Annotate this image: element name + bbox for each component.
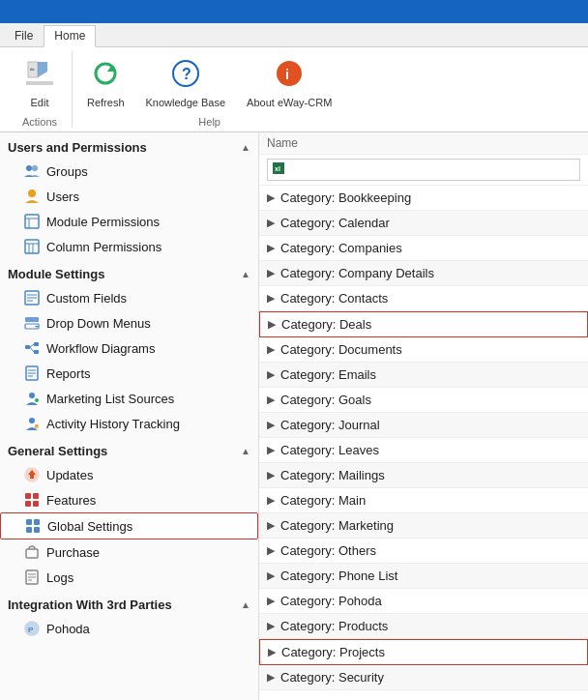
category-row-contacts[interactable]: ▶ Category: Contacts [259,286,588,311]
category-chevron-journal: ▶ [267,419,275,431]
reports-label: Reports [46,366,91,381]
category-label-security: Category: Security [280,670,384,685]
category-row-security[interactable]: ▶ Category: Security [259,665,588,690]
category-row-projects[interactable]: ▶ Category: Projects [259,639,588,665]
category-chevron-mailings: ▶ [267,469,275,481]
category-row-marketing[interactable]: ▶ Category: Marketing [259,513,588,539]
category-chevron-goals: ▶ [267,394,275,406]
category-chevron-leaves: ▶ [267,444,275,456]
svg-line-30 [30,344,34,347]
category-label-bookkeeping: Category: Bookkeeping [280,190,411,205]
purchase-label: Purchase [46,545,100,560]
sidebar-item-module-permissions[interactable]: Module Permissions [0,209,258,234]
edit-label: Edit [31,97,49,108]
svg-point-36 [29,393,35,398]
sidebar: Users and Permissions ▲ Groups Users Mod… [0,132,259,700]
sidebar-item-activity-history-tracking[interactable]: ✓ Activity History Tracking [0,411,258,436]
category-chevron-calendar: ▶ [267,217,275,229]
module-permissions-label: Module Permissions [46,215,160,229]
category-label-marketing: Category: Marketing [280,518,394,533]
sidebar-item-global-settings[interactable]: Global Settings [0,512,258,540]
category-row-others[interactable]: ▶ Category: Others [259,539,588,564]
sidebar-item-features[interactable]: Features [0,487,258,512]
category-list: ▶ Category: Bookkeeping ▶ Category: Cale… [259,186,588,690]
groups-label: Groups [46,164,88,179]
chevron-users-permissions: ▲ [241,142,250,153]
sidebar-item-pohoda[interactable]: P Pohoda [0,616,258,641]
svg-point-11 [32,165,38,171]
category-row-phone-list[interactable]: ▶ Category: Phone List [259,564,588,589]
ribbon-help-items: Refresh ? Knowledge Base [80,51,338,114]
category-row-journal[interactable]: ▶ Category: Journal [259,413,588,438]
updates-label: Updates [46,468,93,482]
section-module-settings[interactable]: Module Settings ▲ [0,259,258,285]
tab-home[interactable]: Home [44,25,96,47]
category-chevron-products: ▶ [267,620,275,632]
sidebar-item-drop-down-menus[interactable]: Drop Down Menus [0,310,258,335]
chevron-integration: ▲ [241,599,250,610]
sidebar-item-groups[interactable]: Groups [0,159,258,184]
search-row: xl [259,155,588,186]
svg-rect-52 [26,549,38,558]
sidebar-item-column-permissions[interactable]: Column Permissions [0,234,258,259]
sidebar-item-reports[interactable]: Reports [0,361,258,386]
refresh-icon [90,58,121,95]
category-chevron-deals: ▶ [268,318,276,331]
knowledge-base-button[interactable]: ? Knowledge Base [139,53,233,113]
svg-rect-24 [25,317,39,322]
marketing-list-sources-label: Marketing List Sources [46,392,174,406]
category-chevron-contacts: ▶ [267,292,275,305]
drop-down-menus-label: Drop Down Menus [46,316,151,331]
category-row-pohoda[interactable]: ▶ Category: Pohoda [259,589,588,614]
sidebar-item-logs[interactable]: Logs [0,565,258,590]
category-chevron-security: ▶ [267,671,275,684]
search-input[interactable] [289,163,575,177]
category-row-calendar[interactable]: ▶ Category: Calendar [259,211,588,236]
category-row-main[interactable]: ▶ Category: Main [259,488,588,513]
sidebar-item-users[interactable]: Users [0,184,258,209]
logs-label: Logs [46,570,74,585]
category-label-pohoda: Category: Pohoda [280,594,382,608]
category-row-products[interactable]: ▶ Category: Products [259,614,588,639]
category-row-leaves[interactable]: ▶ Category: Leaves [259,438,588,463]
about-label: About eWay-CRM [247,97,332,108]
reports-icon [23,365,41,382]
category-label-documents: Category: Documents [280,342,402,357]
section-users-permissions[interactable]: Users and Permissions ▲ [0,132,258,159]
category-row-company-details[interactable]: ▶ Category: Company Details [259,261,588,286]
edit-button[interactable]: ✏ Edit [15,53,64,113]
category-row-deals[interactable]: ▶ Category: Deals [259,311,588,337]
category-row-companies[interactable]: ▶ Category: Companies [259,236,588,261]
global-settings-icon [24,517,42,535]
svg-rect-29 [34,350,39,354]
sidebar-item-marketing-list-sources[interactable]: Marketing List Sources [0,386,258,411]
sidebar-item-custom-fields[interactable]: Custom Fields [0,285,258,310]
svg-text:P: P [28,626,34,634]
about-button[interactable]: i About eWay-CRM [240,53,338,113]
drop-down-menus-icon [23,314,41,332]
custom-fields-label: Custom Fields [46,291,127,306]
category-row-emails[interactable]: ▶ Category: Emails [259,363,588,388]
category-label-deals: Category: Deals [281,317,371,332]
category-row-goals[interactable]: ▶ Category: Goals [259,388,588,413]
search-box[interactable]: xl [267,159,580,181]
svg-line-31 [30,347,34,352]
refresh-button[interactable]: Refresh [80,53,132,113]
sidebar-item-updates[interactable]: Updates [0,462,258,487]
svg-rect-28 [34,342,39,346]
tab-file[interactable]: File [4,25,44,46]
column-permissions-label: Column Permissions [46,240,162,254]
category-label-journal: Category: Journal [280,418,380,432]
svg-point-4 [96,64,115,83]
section-integration-3rd-parties[interactable]: Integration With 3rd Parties ▲ [0,590,258,616]
category-row-documents[interactable]: ▶ Category: Documents [259,337,588,363]
sidebar-item-purchase[interactable]: Purchase [0,540,258,565]
about-icon: i [274,58,305,95]
section-general-settings[interactable]: General Settings ▲ [0,436,258,462]
category-row-mailings[interactable]: ▶ Category: Mailings [259,463,588,488]
features-icon [23,491,41,509]
sidebar-item-workflow-diagrams[interactable]: Workflow Diagrams [0,335,258,361]
category-chevron-main: ▶ [267,494,275,507]
category-label-leaves: Category: Leaves [280,443,379,457]
category-row-bookkeeping[interactable]: ▶ Category: Bookkeeping [259,186,588,211]
